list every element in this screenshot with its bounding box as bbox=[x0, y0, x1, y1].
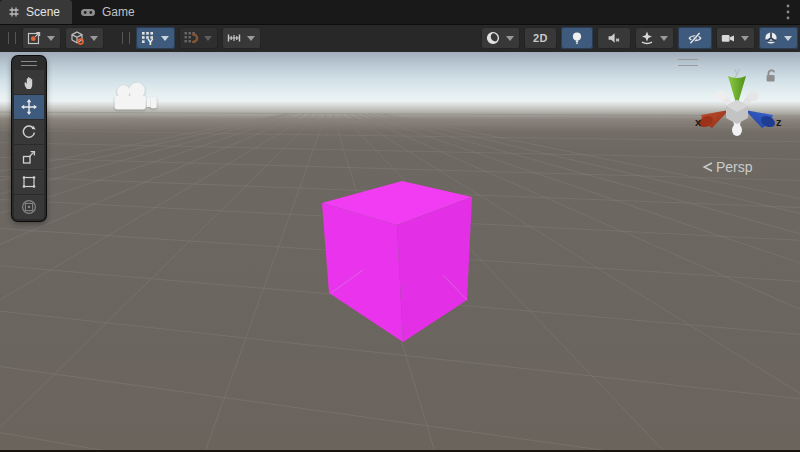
local-global-cube-icon bbox=[68, 29, 86, 47]
chevron-left-icon bbox=[702, 161, 713, 173]
orientation-gizmo[interactable]: y x z bbox=[688, 66, 788, 146]
gizmo-sphere-icon bbox=[762, 29, 780, 47]
scene-viewport[interactable]: y x z Persp bbox=[0, 52, 800, 452]
axis-x-label: x bbox=[695, 116, 702, 128]
scene-visibility-button[interactable] bbox=[678, 27, 712, 49]
unity-scene-view-window: Scene Game bbox=[0, 0, 800, 452]
increment-snap-icon bbox=[225, 29, 243, 47]
axis-z-label: z bbox=[776, 116, 782, 128]
projection-toggle[interactable]: Persp bbox=[702, 159, 753, 175]
scale-tool-button[interactable] bbox=[14, 145, 44, 169]
tab-scene[interactable]: Scene bbox=[0, 0, 72, 24]
2d-mode-button[interactable]: 2D bbox=[524, 27, 557, 49]
grid-snapping-button[interactable] bbox=[179, 27, 218, 49]
audio-toggle-button[interactable] bbox=[597, 27, 631, 49]
toolbar-drag-handle[interactable] bbox=[8, 32, 16, 44]
projection-label: Persp bbox=[716, 159, 753, 175]
tool-handle-position-button[interactable] bbox=[22, 27, 61, 49]
chevron-down-icon bbox=[506, 36, 514, 41]
axis-y-cone[interactable] bbox=[728, 76, 746, 103]
tab-bar: Scene Game bbox=[0, 0, 800, 25]
speaker-muted-icon bbox=[605, 29, 623, 47]
tab-game-label: Game bbox=[102, 5, 135, 19]
camera-settings-button[interactable] bbox=[716, 27, 755, 49]
cube-object[interactable] bbox=[322, 181, 472, 342]
tab-game[interactable]: Game bbox=[72, 0, 147, 24]
chevron-down-icon bbox=[161, 36, 169, 41]
rect-icon bbox=[20, 173, 38, 191]
toolbar-drag-handle[interactable] bbox=[122, 32, 130, 44]
effects-visibility-button[interactable] bbox=[635, 27, 674, 49]
chevron-down-icon bbox=[204, 36, 212, 41]
transform-icon bbox=[20, 198, 38, 216]
move-icon bbox=[20, 98, 38, 116]
rotate-tool-button[interactable] bbox=[14, 120, 44, 144]
hand-icon bbox=[21, 74, 38, 91]
gizmo-overlay-drag-handle[interactable] bbox=[678, 59, 698, 66]
scene-grid-icon bbox=[8, 6, 20, 18]
grid-visibility-button[interactable]: Y bbox=[136, 27, 175, 49]
effects-star-icon bbox=[638, 29, 656, 47]
chevron-down-icon bbox=[90, 36, 98, 41]
chevron-down-icon bbox=[741, 36, 749, 41]
move-tool-button[interactable] bbox=[14, 95, 44, 119]
overlay-drag-handle[interactable] bbox=[21, 61, 37, 66]
camera-icon bbox=[719, 29, 737, 47]
gamepad-icon bbox=[80, 6, 96, 18]
rect-tool-button[interactable] bbox=[14, 170, 44, 194]
scale-icon bbox=[20, 148, 38, 166]
shaded-sphere-icon bbox=[484, 29, 502, 47]
scene-lighting-button[interactable] bbox=[561, 27, 593, 49]
chevron-down-icon bbox=[47, 36, 55, 41]
gizmos-button[interactable] bbox=[759, 27, 798, 49]
pane-menu-icon[interactable] bbox=[784, 3, 792, 21]
cube-left-face bbox=[322, 203, 403, 342]
draw-mode-button[interactable] bbox=[481, 27, 520, 49]
chevron-down-icon bbox=[247, 36, 255, 41]
axis-y-label: y bbox=[734, 66, 740, 77]
tools-overlay bbox=[12, 56, 46, 221]
chevron-down-icon bbox=[784, 36, 792, 41]
chevron-down-icon bbox=[660, 36, 668, 41]
tab-scene-label: Scene bbox=[26, 5, 60, 19]
hand-tool-button[interactable] bbox=[14, 70, 44, 94]
scene-camera-gizmo[interactable] bbox=[112, 82, 158, 114]
tool-handle-rotation-button[interactable] bbox=[65, 27, 104, 49]
2d-mode-label: 2D bbox=[527, 32, 554, 44]
increment-snap-button[interactable] bbox=[222, 27, 261, 49]
grid-y-icon: Y bbox=[139, 29, 157, 47]
transform-tool-button[interactable] bbox=[14, 195, 44, 219]
grid-axis-label: Y bbox=[147, 37, 153, 46]
scene-toolbar: Y bbox=[0, 25, 800, 53]
eye-slash-icon bbox=[686, 29, 704, 47]
light-bulb-icon bbox=[568, 29, 586, 47]
pivot-icon bbox=[25, 29, 43, 47]
snap-magnet-icon bbox=[182, 29, 200, 47]
rotate-icon bbox=[20, 123, 38, 141]
